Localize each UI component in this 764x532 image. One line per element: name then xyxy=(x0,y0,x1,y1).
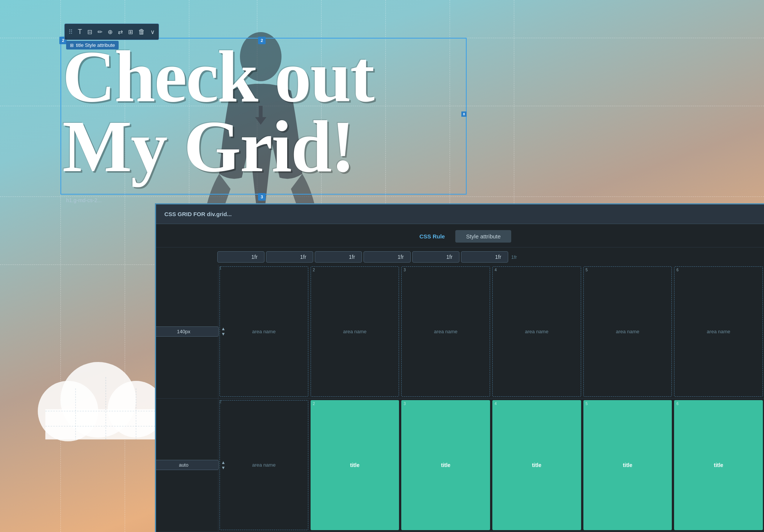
panel-tabs: CSS Rule Style attribute xyxy=(156,224,764,247)
col-input-6[interactable]: ▲ ▼ xyxy=(461,251,508,263)
cell-1-2[interactable]: 2 area name xyxy=(311,266,399,397)
grid-table: header-start 1 full-start area name 2 ar… xyxy=(218,265,764,532)
row-1-height-input[interactable] xyxy=(156,326,219,337)
col-5-value[interactable] xyxy=(413,252,459,262)
css-grid-panel: CSS GRID FOR div.grid... CSS Rule Style … xyxy=(155,203,764,532)
cell-2-3[interactable]: 3 title xyxy=(401,400,490,530)
cell-1-4-num: 4 xyxy=(495,268,497,272)
paint-icon[interactable]: ✏ xyxy=(97,28,102,36)
col-6-value[interactable] xyxy=(461,252,508,262)
cell-2-6-label: title xyxy=(714,462,723,468)
col-input-5[interactable]: ▲ ▼ xyxy=(412,251,459,263)
col-3-value[interactable] xyxy=(315,252,362,262)
cell-2-5-label: title xyxy=(623,462,633,468)
grid-badge-icon: ⊞ xyxy=(70,43,74,48)
cell-2-6[interactable]: 6 title xyxy=(674,400,763,530)
row-sidebar: ▲ ▼ ▲ ▼ xyxy=(156,265,218,532)
handle-top-mid[interactable]: 2 xyxy=(258,37,266,44)
element-label-badge[interactable]: ⊞ title Style attribute xyxy=(66,41,119,49)
row-2-height-input[interactable] xyxy=(156,460,219,470)
toolbar: ⠿ T ⊟ ✏ ⊕ ⇄ ⊞ 🗑 ∨ xyxy=(64,23,159,40)
cell-2-4-num: 4 xyxy=(495,402,497,406)
cell-1-4[interactable]: 4 area name xyxy=(492,266,581,397)
cell-1-6-label: area name xyxy=(707,329,730,334)
handle-right-mid[interactable]: 8 xyxy=(461,111,467,117)
replace-icon[interactable]: ⇄ xyxy=(118,28,123,36)
cell-1-4-label: area name xyxy=(525,329,548,334)
label-badge-text: title Style attribute xyxy=(76,42,115,48)
more-icon[interactable]: ∨ xyxy=(150,28,155,36)
cell-1-3[interactable]: 3 area name xyxy=(401,266,490,397)
cell-1-6[interactable]: 6 area name xyxy=(674,266,763,397)
delete-icon[interactable]: 🗑 xyxy=(138,28,145,36)
cell-2-4-label: title xyxy=(532,462,541,468)
col-input-2[interactable]: ▲ ▼ xyxy=(266,251,313,263)
col-1-value[interactable] xyxy=(218,252,264,262)
cell-1-2-num: 2 xyxy=(313,268,315,272)
tab-css-rule[interactable]: CSS Rule xyxy=(409,230,456,243)
handle-bot-mid[interactable]: 3 xyxy=(258,193,266,201)
grid-row-1: header-start 1 full-start area name 2 ar… xyxy=(218,265,764,399)
cloud-decoration xyxy=(30,351,174,456)
cell-2-5-num: 5 xyxy=(586,402,588,406)
cell-2-2[interactable]: 2 title xyxy=(311,400,399,530)
row-2-height-control: ▲ ▼ xyxy=(156,399,218,532)
cell-1-3-num: 3 xyxy=(404,268,406,272)
svg-rect-4 xyxy=(45,409,159,439)
col-input-1[interactable]: ▲ ▼ xyxy=(217,251,264,263)
cell-2-3-label: title xyxy=(441,462,450,468)
cell-1-1-label: area name xyxy=(252,329,275,334)
cell-1-6-num: 6 xyxy=(676,268,679,272)
text-cursor-icon[interactable]: T xyxy=(78,28,82,36)
grid-row-2: 2 area name 2 title 3 title 4 title xyxy=(218,399,764,532)
col-input-3[interactable]: ▲ ▼ xyxy=(315,251,362,263)
cell-2-1-label: area name xyxy=(252,462,275,468)
column-inputs-row: ▲ ▼ ▲ ▼ ▲ ▼ ▲ ▼ xyxy=(217,247,764,265)
row-1-height-control: ▲ ▼ xyxy=(156,265,218,399)
drag-handle-icon[interactable]: ⠿ xyxy=(68,28,73,36)
cell-1-5-num: 5 xyxy=(586,268,588,272)
col-4-value[interactable] xyxy=(364,252,411,262)
grid-content: ▲ ▼ ▲ ▼ header-start 1 full-start xyxy=(156,265,764,532)
cell-2-3-num: 3 xyxy=(404,402,406,406)
adjust-icon[interactable]: ⊟ xyxy=(87,28,92,36)
cell-1-3-label: area name xyxy=(434,329,458,334)
cell-2-1[interactable]: area name xyxy=(220,400,308,530)
panel-header: CSS GRID FOR div.grid... xyxy=(156,204,764,224)
grid-line-h3 xyxy=(0,196,764,197)
cell-1-5[interactable]: 5 area name xyxy=(583,266,672,397)
element-class-label: h1.g-md-cs-2... xyxy=(66,197,102,203)
cell-2-6-num: 6 xyxy=(676,402,679,406)
col-2-value[interactable] xyxy=(266,252,313,262)
grid-line-h2 xyxy=(0,106,764,106)
cell-1-1[interactable]: area name xyxy=(220,266,308,397)
grid-tool-icon[interactable]: ⊞ xyxy=(128,28,133,36)
cell-2-5[interactable]: 5 title xyxy=(583,400,672,530)
cell-1-5-label: area name xyxy=(616,329,639,334)
col-input-4[interactable]: ▲ ▼ xyxy=(363,251,411,263)
circle-icon[interactable]: ⊕ xyxy=(108,28,113,36)
panel-title: CSS GRID FOR div.grid... xyxy=(164,211,232,217)
cell-2-2-num: 2 xyxy=(313,402,315,406)
cell-2-2-label: title xyxy=(350,462,360,468)
tab-style-attribute[interactable]: Style attribute xyxy=(455,230,511,243)
cell-2-4[interactable]: 4 title xyxy=(492,400,581,530)
cell-1-2-label: area name xyxy=(343,329,367,334)
